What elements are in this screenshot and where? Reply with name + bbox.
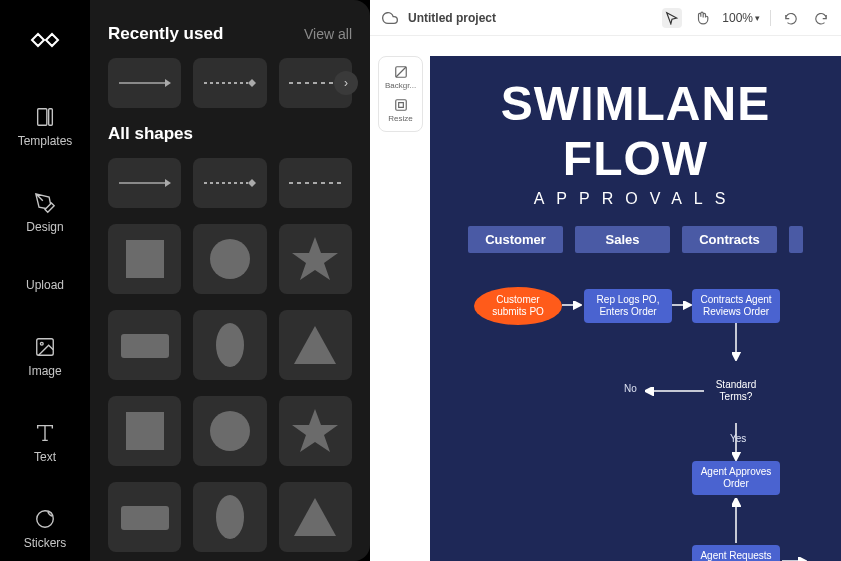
resize-icon (394, 98, 408, 112)
view-all-link[interactable]: View all (304, 26, 352, 42)
nav-label: Stickers (24, 536, 67, 550)
svg-rect-0 (38, 109, 47, 126)
label-yes: Yes (730, 433, 746, 444)
lane-header: Customer (468, 226, 563, 253)
lane-header (789, 226, 803, 253)
carousel-next-button[interactable]: › (334, 71, 358, 95)
svg-rect-18 (121, 506, 169, 530)
node-customer-submits: Customersubmits PO (474, 287, 562, 325)
redo-button[interactable] (811, 8, 831, 28)
shape-ellipse[interactable] (193, 310, 266, 380)
nav-templates[interactable]: Templates (15, 98, 75, 156)
nav-label: Upload (26, 278, 64, 292)
lane-header: Sales (575, 226, 670, 253)
label-no: No (624, 383, 637, 394)
flowchart-subtitle: APPROVALS (460, 190, 811, 208)
stickers-icon (34, 508, 56, 530)
cursor-tool[interactable] (662, 8, 682, 28)
svg-point-17 (210, 411, 250, 451)
shape-arrow-dashed-diamond[interactable] (193, 58, 266, 108)
lane-header: Contracts (682, 226, 777, 253)
resize-tool[interactable]: Resize (386, 96, 414, 125)
node-rep-logs: Rep Logs PO,Enters Order (584, 289, 672, 323)
svg-rect-12 (126, 240, 164, 278)
text-icon (34, 422, 56, 444)
design-icon (34, 192, 56, 214)
nav-upload[interactable]: Upload (15, 270, 75, 300)
shape-rectangle[interactable] (108, 310, 181, 380)
flowchart-title: SWIMLANE FLOW (460, 76, 811, 186)
svg-rect-22 (395, 100, 406, 111)
shape-arrow-solid[interactable] (108, 58, 181, 108)
templates-icon (34, 106, 56, 128)
shape-arrow-dashed-diamond[interactable] (193, 158, 266, 208)
svg-rect-16 (126, 412, 164, 450)
shape-square[interactable] (108, 396, 181, 466)
shape-triangle[interactable] (279, 482, 352, 552)
shape-arrow-solid[interactable] (108, 158, 181, 208)
node-standard-terms: StandardTerms? (704, 359, 768, 423)
top-toolbar: Untitled project 100%▾ (370, 0, 841, 36)
svg-point-15 (216, 323, 244, 367)
zoom-level[interactable]: 100%▾ (722, 11, 760, 25)
cloud-sync-icon[interactable] (380, 8, 400, 28)
undo-button[interactable] (781, 8, 801, 28)
flow-body: Customersubmits PO Rep Logs PO,Enters Or… (460, 263, 811, 561)
node-contracts-agent: Contracts AgentReviews Order (692, 289, 780, 323)
shape-triangle[interactable] (279, 310, 352, 380)
shape-circle[interactable] (193, 224, 266, 294)
background-tool[interactable]: Backgr... (383, 63, 418, 92)
project-title[interactable]: Untitled project (408, 11, 496, 25)
all-shapes-title: All shapes (108, 124, 193, 144)
shape-star[interactable] (279, 224, 352, 294)
shape-square[interactable] (108, 224, 181, 294)
nav-label: Design (26, 220, 63, 234)
shape-circle[interactable] (193, 396, 266, 466)
recently-used-title: Recently used (108, 24, 223, 44)
image-icon (34, 336, 56, 358)
svg-point-13 (210, 239, 250, 279)
hand-tool[interactable] (692, 8, 712, 28)
svg-point-3 (40, 342, 43, 345)
design-canvas[interactable]: SWIMLANE FLOW APPROVALS Customer Sales C… (430, 56, 841, 561)
node-agent-approves: Agent ApprovesOrder (692, 461, 780, 495)
nav-text[interactable]: Text (15, 414, 75, 472)
svg-rect-1 (49, 109, 53, 126)
chevron-right-icon: › (344, 76, 348, 90)
background-icon (394, 65, 408, 79)
nav-label: Templates (18, 134, 73, 148)
nav-image[interactable]: Image (15, 328, 75, 386)
canvas-side-tools: Backgr... Resize (378, 56, 423, 132)
nav-design[interactable]: Design (15, 184, 75, 242)
shapes-panel: Recently used View all › All shapes (90, 0, 370, 561)
nav-label: Image (28, 364, 61, 378)
shape-ellipse[interactable] (193, 482, 266, 552)
shape-star[interactable] (279, 396, 352, 466)
nav-label: Text (34, 450, 56, 464)
chevron-down-icon: ▾ (755, 13, 760, 23)
node-agent-requests: Agent RequestsApproval (692, 545, 780, 561)
canvas-area: Untitled project 100%▾ Backgr... Resize … (370, 0, 841, 561)
shape-rectangle[interactable] (108, 482, 181, 552)
svg-rect-14 (121, 334, 169, 358)
app-logo (30, 30, 60, 50)
svg-line-21 (395, 67, 406, 78)
svg-point-19 (216, 495, 244, 539)
left-navigation: Templates Design Upload Image Text Stick… (0, 0, 90, 561)
nav-stickers[interactable]: Stickers (15, 500, 75, 558)
shape-line-dashed[interactable] (279, 158, 352, 208)
